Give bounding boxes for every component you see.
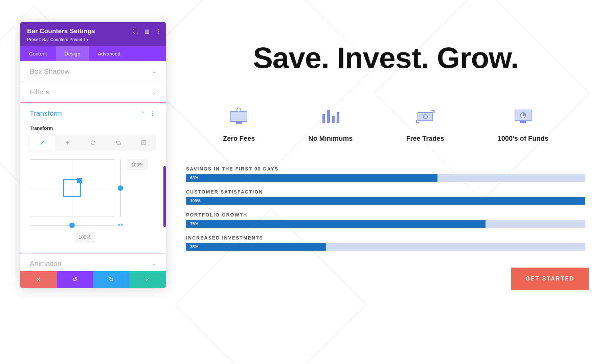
panel-header: Bar Counters Settings Preset: Bar Counte…: [20, 22, 166, 46]
bar-chart-icon: [308, 106, 353, 127]
bar-fill: 35%: [186, 243, 326, 251]
money-exchange-icon: [406, 106, 444, 127]
panel-body: Box Shadow ⌄ Filters ⌄ Transform ⌃ ⋮ Tra…: [20, 61, 166, 271]
tab-content[interactable]: Content: [20, 46, 56, 61]
rotate-tool-button[interactable]: [81, 135, 106, 151]
transform-tool-row: [30, 135, 156, 151]
undo-button[interactable]: ↺: [57, 271, 93, 288]
bar-counters: SAVINGS IN THE FIRST 90 DAYS 63% CUSTOME…: [183, 166, 589, 251]
feature-label: Zero Fees: [223, 135, 255, 142]
bar-label: INCREASED INVESTMENTS: [186, 235, 585, 241]
feature-free-trades: Free Trades: [406, 106, 444, 142]
svg-rect-3: [236, 122, 242, 123]
feature-no-minimums: No Minimums: [308, 106, 353, 142]
transform-x-slider[interactable]: [30, 223, 114, 228]
transform-y-slider[interactable]: [118, 159, 123, 217]
panel-scrollbar[interactable]: [163, 166, 166, 227]
move-tool-button[interactable]: [55, 135, 81, 151]
hero-title: Save. Invest. Grow.: [183, 41, 589, 75]
bar-item: SAVINGS IN THE FIRST 90 DAYS 63%: [186, 166, 585, 182]
bar-item: INCREASED INVESTMENTS 35%: [186, 235, 585, 251]
bar-track: 63%: [186, 174, 585, 182]
monitor-pie-icon: [498, 106, 548, 127]
get-started-button[interactable]: GET STARTED: [511, 268, 589, 290]
section-title: Box Shadow: [30, 67, 70, 75]
transform-label: Transform: [30, 126, 156, 131]
page-preview: Save. Invest. Grow. Zero Fees No Minimum…: [183, 41, 589, 290]
chevron-down-icon: ⌄: [152, 69, 156, 74]
bar-track: 35%: [186, 243, 585, 251]
svg-point-4: [237, 108, 241, 112]
expand-icon[interactable]: ⛶: [133, 28, 138, 35]
feature-zero-fees: Zero Fees: [223, 106, 255, 142]
section-title: Filters: [30, 88, 49, 96]
bar-track: 100%: [186, 197, 585, 205]
svg-rect-2: [231, 111, 247, 121]
bar-fill: 63%: [186, 174, 437, 182]
bar-fill: 100%: [186, 197, 585, 205]
feature-label: 1000's of Funds: [498, 135, 548, 142]
feature-label: Free Trades: [406, 135, 444, 142]
svg-rect-12: [520, 121, 526, 123]
kebab-menu-icon[interactable]: ⋮: [156, 28, 161, 35]
chevron-down-icon: ⌄: [152, 89, 156, 95]
svg-rect-5: [322, 114, 325, 123]
cancel-button[interactable]: ✕: [20, 271, 57, 288]
link-axes-icon[interactable]: ⚯: [118, 222, 123, 229]
panel-footer: ✕ ↺ ↻ ✓: [20, 271, 166, 288]
chevron-down-icon: ⌄: [152, 261, 156, 266]
transform-x-value[interactable]: 100%: [74, 232, 95, 243]
section-title: Transform: [30, 109, 62, 117]
tab-advanced[interactable]: Advanced: [89, 46, 129, 61]
cta-row: GET STARTED: [183, 268, 589, 290]
svg-point-1: [143, 142, 144, 143]
bar-item: PORTFOLIO GROWTH 75%: [186, 212, 585, 228]
chevron-up-icon: ⌃: [141, 111, 145, 116]
origin-tool-button[interactable]: [131, 135, 156, 151]
tab-bar: Content Design Advanced: [20, 46, 166, 61]
section-title: Animation: [30, 259, 61, 268]
feature-label: No Minimums: [308, 135, 353, 142]
monitor-user-icon: [223, 106, 255, 127]
section-transform: Transform ⌃ ⋮ Transform: [20, 103, 166, 253]
scale-tool-button[interactable]: [30, 135, 55, 151]
preset-selector[interactable]: Preset: Bar Counters Preset 1: [27, 37, 159, 42]
section-filters[interactable]: Filters ⌄: [20, 82, 166, 103]
transform-xy-grid[interactable]: [30, 159, 114, 217]
section-animation[interactable]: Animation ⌄: [20, 253, 166, 271]
features-row: Zero Fees No Minimums Free Trades 1000's…: [183, 106, 589, 142]
bar-fill: 75%: [186, 220, 486, 228]
bar-label: SAVINGS IN THE FIRST 90 DAYS: [186, 166, 585, 172]
svg-rect-8: [337, 112, 339, 123]
kebab-menu-icon[interactable]: ⋮: [148, 110, 156, 117]
svg-rect-7: [332, 116, 335, 123]
settings-panel: Bar Counters Settings Preset: Bar Counte…: [20, 22, 166, 288]
responsive-icon[interactable]: ▥: [144, 28, 150, 35]
skew-tool-button[interactable]: [106, 135, 131, 151]
svg-rect-6: [327, 110, 330, 123]
transform-y-value[interactable]: 100%: [127, 159, 148, 170]
bar-item: CUSTOMER SATISFACTION 100%: [186, 189, 585, 205]
transform-preview-square: [63, 179, 81, 197]
bar-label: PORTFOLIO GROWTH: [186, 212, 585, 218]
section-box-shadow[interactable]: Box Shadow ⌄: [20, 61, 166, 82]
bar-track: 75%: [186, 220, 585, 228]
save-button[interactable]: ✓: [130, 271, 166, 288]
svg-rect-9: [418, 113, 433, 121]
bar-label: CUSTOMER SATISFACTION: [186, 189, 585, 195]
section-transform-header[interactable]: Transform ⌃ ⋮: [20, 103, 166, 123]
feature-funds: 1000's of Funds: [498, 106, 548, 142]
redo-button[interactable]: ↻: [93, 271, 130, 288]
tab-design[interactable]: Design: [56, 46, 89, 61]
